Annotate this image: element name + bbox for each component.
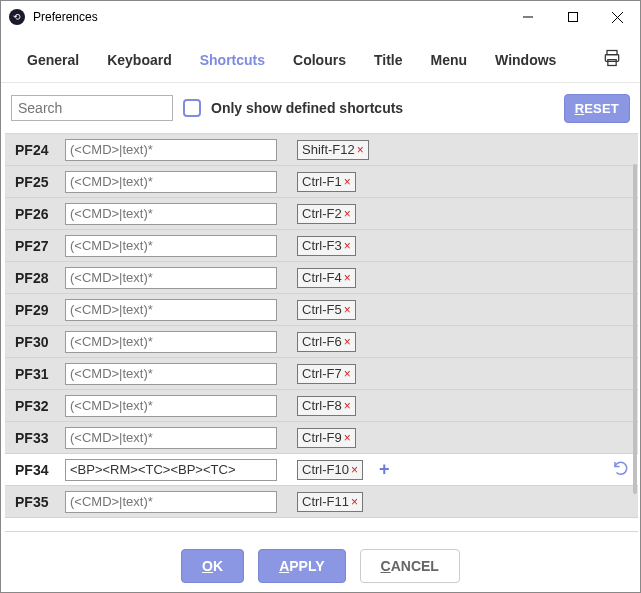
svg-rect-6: [608, 60, 616, 66]
scrollbar[interactable]: [633, 164, 637, 494]
shortcut-text: Ctrl-F4: [302, 270, 342, 285]
command-input[interactable]: [65, 459, 277, 481]
shortcut-key-label: PF34: [15, 462, 59, 478]
clear-shortcut-icon[interactable]: ×: [344, 399, 351, 413]
shortcut-text: Ctrl-F3: [302, 238, 342, 253]
undo-icon: [612, 459, 630, 477]
shortcut-key-label: PF26: [15, 206, 59, 222]
shortcut-chip[interactable]: Ctrl-F8×: [297, 396, 356, 416]
shortcut-key-label: PF29: [15, 302, 59, 318]
clear-shortcut-icon[interactable]: ×: [351, 495, 358, 509]
shortcut-text: Ctrl-F2: [302, 206, 342, 221]
clear-shortcut-icon[interactable]: ×: [344, 367, 351, 381]
shortcut-key-label: PF30: [15, 334, 59, 350]
clear-shortcut-icon[interactable]: ×: [351, 463, 358, 477]
shortcut-row: PF26Ctrl-F2×: [5, 198, 638, 230]
shortcut-row: PF28Ctrl-F4×: [5, 262, 638, 294]
clear-shortcut-icon[interactable]: ×: [344, 271, 351, 285]
command-input[interactable]: [65, 331, 277, 353]
footer: OK APPLY CANCEL: [1, 540, 640, 592]
close-button[interactable]: [595, 2, 640, 32]
shortcut-chip[interactable]: Ctrl-F2×: [297, 204, 356, 224]
shortcut-text: Ctrl-F10: [302, 462, 349, 477]
shortcut-text: Ctrl-F8: [302, 398, 342, 413]
command-input[interactable]: [65, 491, 277, 513]
shortcut-row: PF30Ctrl-F6×: [5, 326, 638, 358]
svg-rect-1: [568, 13, 577, 22]
shortcut-text: Ctrl-F5: [302, 302, 342, 317]
command-input[interactable]: [65, 267, 277, 289]
shortcut-key-label: PF31: [15, 366, 59, 382]
clear-shortcut-icon[interactable]: ×: [344, 239, 351, 253]
clear-shortcut-icon[interactable]: ×: [344, 207, 351, 221]
shortcut-chip[interactable]: Ctrl-F3×: [297, 236, 356, 256]
command-input[interactable]: [65, 299, 277, 321]
command-input[interactable]: [65, 235, 277, 257]
tab-title[interactable]: Title: [360, 42, 417, 78]
apply-button[interactable]: APPLY: [258, 549, 345, 583]
tab-colours[interactable]: Colours: [279, 42, 360, 78]
print-button[interactable]: [596, 38, 628, 81]
add-shortcut-icon[interactable]: +: [379, 459, 390, 480]
maximize-button[interactable]: [550, 2, 595, 32]
ok-button[interactable]: OK: [181, 549, 244, 583]
clear-shortcut-icon[interactable]: ×: [344, 303, 351, 317]
shortcut-chip[interactable]: Shift-F12×: [297, 140, 369, 160]
tab-windows[interactable]: Windows: [481, 42, 570, 78]
clear-shortcut-icon[interactable]: ×: [344, 175, 351, 189]
shortcut-text: Shift-F12: [302, 142, 355, 157]
command-input[interactable]: [65, 203, 277, 225]
shortcut-row: PF35Ctrl-F11×: [5, 486, 638, 518]
shortcut-key-label: PF32: [15, 398, 59, 414]
command-input[interactable]: [65, 427, 277, 449]
shortcut-text: Ctrl-F11: [302, 494, 349, 509]
shortcut-key-label: PF35: [15, 494, 59, 510]
clear-shortcut-icon[interactable]: ×: [357, 143, 364, 157]
shortcut-row: PF33Ctrl-F9×: [5, 422, 638, 454]
shortcut-chip[interactable]: Ctrl-F4×: [297, 268, 356, 288]
tab-keyboard[interactable]: Keyboard: [93, 42, 186, 78]
tab-shortcuts[interactable]: Shortcuts: [186, 42, 279, 78]
shortcut-row: PF29Ctrl-F5×: [5, 294, 638, 326]
command-input[interactable]: [65, 171, 277, 193]
shortcut-row: PF34Ctrl-F10×+: [5, 454, 638, 486]
shortcut-chip[interactable]: Ctrl-F5×: [297, 300, 356, 320]
shortcut-chip[interactable]: Ctrl-F6×: [297, 332, 356, 352]
shortcut-key-label: PF28: [15, 270, 59, 286]
only-defined-label: Only show defined shortcuts: [211, 100, 403, 116]
shortcut-chip[interactable]: Ctrl-F10×: [297, 460, 363, 480]
command-input[interactable]: [65, 395, 277, 417]
search-input[interactable]: [11, 95, 173, 121]
shortcut-key-label: PF25: [15, 174, 59, 190]
clear-shortcut-icon[interactable]: ×: [344, 335, 351, 349]
titlebar: ⟲ Preferences: [1, 1, 640, 33]
shortcut-key-label: PF33: [15, 430, 59, 446]
filter-bar: Only show defined shortcuts RESET: [1, 83, 640, 133]
shortcut-chip[interactable]: Ctrl-F9×: [297, 428, 356, 448]
cancel-button[interactable]: CANCEL: [360, 549, 460, 583]
shortcut-list: PF24Shift-F12×PF25Ctrl-F1×PF26Ctrl-F2×PF…: [5, 133, 638, 532]
shortcut-row: PF25Ctrl-F1×: [5, 166, 638, 198]
command-input[interactable]: [65, 139, 277, 161]
shortcut-row: PF31Ctrl-F7×: [5, 358, 638, 390]
command-input[interactable]: [65, 363, 277, 385]
shortcut-chip[interactable]: Ctrl-F7×: [297, 364, 356, 384]
tab-menu[interactable]: Menu: [416, 42, 481, 78]
clear-shortcut-icon[interactable]: ×: [344, 431, 351, 445]
window-title: Preferences: [33, 10, 505, 24]
shortcut-row: PF24Shift-F12×: [5, 134, 638, 166]
shortcut-chip[interactable]: Ctrl-F11×: [297, 492, 363, 512]
shortcut-row: PF32Ctrl-F8×: [5, 390, 638, 422]
tab-general[interactable]: General: [13, 42, 93, 78]
shortcut-chip[interactable]: Ctrl-F1×: [297, 172, 356, 192]
shortcut-text: Ctrl-F7: [302, 366, 342, 381]
reset-button[interactable]: RESET: [564, 94, 630, 123]
minimize-button[interactable]: [505, 2, 550, 32]
shortcut-text: Ctrl-F6: [302, 334, 342, 349]
printer-icon: [602, 48, 622, 68]
shortcut-text: Ctrl-F9: [302, 430, 342, 445]
app-icon: ⟲: [9, 9, 25, 25]
only-defined-checkbox[interactable]: [183, 99, 201, 117]
tab-bar: General Keyboard Shortcuts Colours Title…: [1, 37, 640, 83]
undo-button[interactable]: [612, 459, 630, 481]
